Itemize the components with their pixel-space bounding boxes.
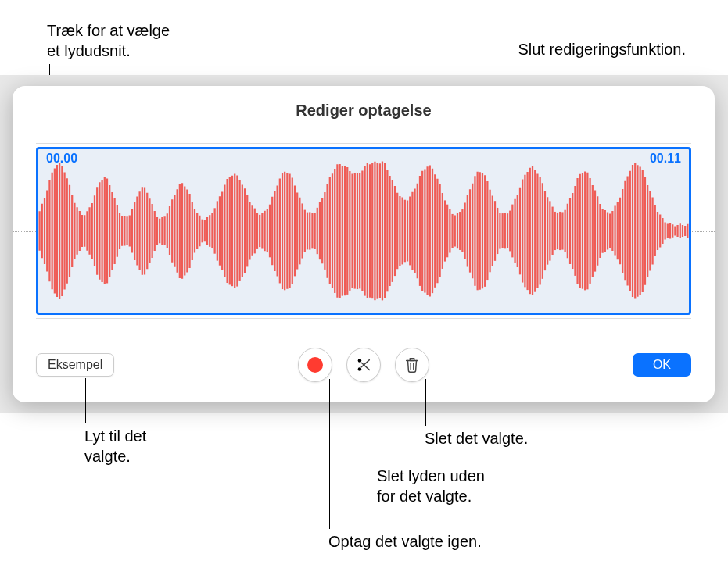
center-controls <box>298 348 429 382</box>
delete-button[interactable] <box>395 348 429 382</box>
record-button[interactable] <box>298 348 332 382</box>
svg-point-261 <box>358 367 362 371</box>
callout-delete-selected: Slet det valgte. <box>425 428 528 448</box>
waveform-graphic <box>38 149 689 313</box>
svg-point-260 <box>358 359 362 363</box>
callout-exit-editing: Slut redigeringsfunktion. <box>518 39 686 59</box>
panel-title: Rediger optagelse <box>13 86 715 120</box>
callout-trim-outside: Slet lyden uden for det valgte. <box>377 466 485 506</box>
scissors-icon <box>355 356 372 373</box>
callout-line <box>85 378 86 423</box>
callout-record-again: Optag det valgte igen. <box>328 531 482 552</box>
editor-toolbar: Eksempel <box>36 349 691 381</box>
trash-icon <box>403 356 421 373</box>
waveform-container[interactable]: 00.00 00.11 <box>36 143 691 319</box>
ok-button[interactable]: OK <box>633 353 691 377</box>
edit-recording-panel: Rediger optagelse 00.00 00.11 Eksempel <box>13 86 715 402</box>
preview-button[interactable]: Eksempel <box>36 353 114 377</box>
callout-line <box>378 379 378 463</box>
callout-line <box>425 379 426 426</box>
record-icon <box>307 357 323 373</box>
callout-drag-select: Træk for at vælge et lydudsnit. <box>47 20 170 61</box>
callout-preview: Lyt til det valgte. <box>84 426 146 466</box>
callout-line <box>329 379 330 529</box>
trim-button[interactable] <box>346 348 381 382</box>
waveform-selection[interactable]: 00.00 00.11 <box>36 147 691 315</box>
